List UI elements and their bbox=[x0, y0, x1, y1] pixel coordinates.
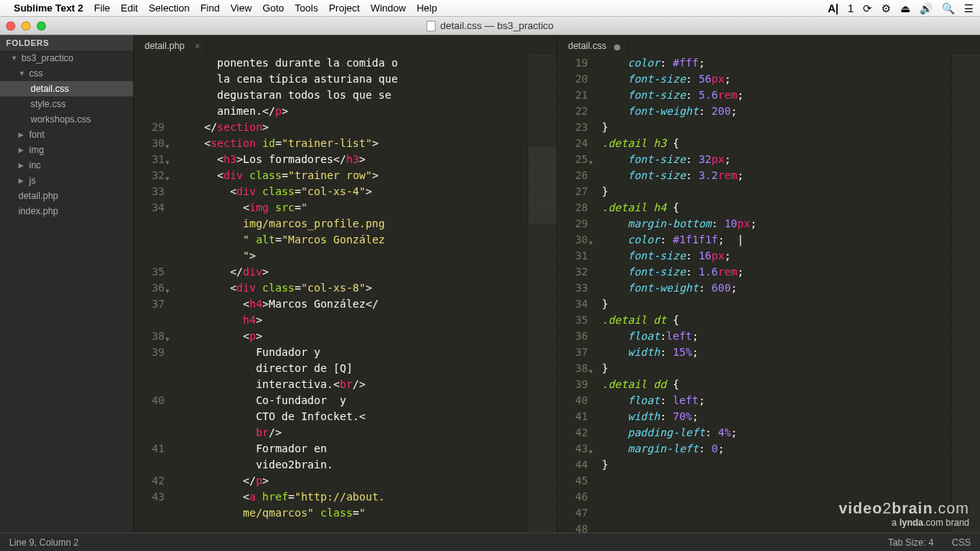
menu-goto[interactable]: Goto bbox=[263, 2, 284, 14]
syntax-mode[interactable]: CSS bbox=[952, 537, 971, 548]
folder-inc[interactable]: ▶inc bbox=[0, 158, 133, 173]
wifi-icon[interactable]: ⚙ bbox=[881, 2, 891, 15]
sidebar[interactable]: FOLDERS ▼bs3_practico ▼css detail.csssty… bbox=[0, 35, 134, 533]
notifications-icon[interactable]: ☰ bbox=[964, 2, 974, 15]
file-index-php[interactable]: index.php bbox=[0, 204, 133, 219]
folder-img[interactable]: ▶img bbox=[0, 142, 133, 158]
menu-help[interactable]: Help bbox=[416, 2, 437, 14]
app-name[interactable]: Sublime Text 2 bbox=[14, 2, 83, 14]
menu-selection[interactable]: Selection bbox=[149, 2, 189, 14]
gutter: 2930▼31▼32▼3334 3536▼37 38▼39 40 41 4243 bbox=[134, 55, 172, 533]
gutter: 19202122232425▼2627282930▼31323334353637… bbox=[557, 55, 596, 533]
file-style-css[interactable]: style.css bbox=[0, 96, 133, 112]
menu-file[interactable]: File bbox=[94, 2, 110, 14]
code-area[interactable]: ponentes durante la comida o la cena típ… bbox=[172, 55, 528, 533]
menubar: Sublime Text 2 FileEditSelectionFindView… bbox=[0, 0, 980, 17]
minimap[interactable] bbox=[951, 55, 980, 533]
cursor-position[interactable]: Line 9, Column 2 bbox=[9, 537, 79, 548]
menu-view[interactable]: View bbox=[230, 2, 252, 14]
tab-detail-css[interactable]: detail.css bbox=[557, 37, 629, 55]
window-titlebar: detail.css — bs3_practico bbox=[0, 17, 980, 35]
editor-pane-left: detail.php × 2930▼31▼32▼3334 3536▼37 38▼… bbox=[134, 35, 557, 533]
tab-label: detail.php bbox=[145, 41, 185, 51]
window-minimize-button[interactable] bbox=[21, 21, 31, 31]
minimap[interactable] bbox=[528, 55, 557, 533]
tab-bar-left: detail.php × bbox=[134, 35, 557, 55]
editor-right[interactable]: 19202122232425▼2627282930▼31323334353637… bbox=[557, 55, 980, 533]
tab-detail-php[interactable]: detail.php × bbox=[134, 37, 207, 55]
menu-find[interactable]: Find bbox=[201, 2, 220, 14]
tab-bar-right: detail.css bbox=[557, 35, 980, 55]
volume-icon[interactable]: 🔊 bbox=[920, 2, 933, 15]
folder-js[interactable]: ▶js bbox=[0, 173, 133, 188]
document-icon bbox=[426, 21, 436, 31]
file-workshops-css[interactable]: workshops.css bbox=[0, 112, 133, 127]
traffic-lights bbox=[6, 21, 46, 31]
statusbar: Line 9, Column 2 Tab Size: 4 CSS bbox=[0, 533, 980, 551]
menu-window[interactable]: Window bbox=[371, 2, 406, 14]
window-title: detail.css — bs3_practico bbox=[426, 20, 554, 31]
file-detail-php[interactable]: detail.php bbox=[0, 188, 133, 204]
sync-icon[interactable]: ⟳ bbox=[863, 2, 872, 15]
editor-pane-right: detail.css 19202122232425▼2627282930▼313… bbox=[557, 35, 980, 533]
menu-tools[interactable]: Tools bbox=[295, 2, 318, 14]
eject-icon[interactable]: ⏏ bbox=[900, 2, 910, 15]
badge-count[interactable]: 1 bbox=[848, 2, 854, 15]
menu-project[interactable]: Project bbox=[328, 2, 359, 14]
tab-size[interactable]: Tab Size: 4 bbox=[888, 537, 933, 548]
window-close-button[interactable] bbox=[6, 21, 15, 31]
tab-label: detail.css bbox=[568, 41, 606, 51]
adobe-icon[interactable]: A| bbox=[828, 2, 838, 15]
close-icon[interactable]: × bbox=[195, 41, 200, 51]
spotlight-icon[interactable]: 🔍 bbox=[942, 2, 955, 15]
folder-css[interactable]: ▼css bbox=[0, 66, 133, 81]
sidebar-heading: FOLDERS bbox=[0, 35, 133, 51]
window-maximize-button[interactable] bbox=[37, 21, 46, 31]
file-detail-css[interactable]: detail.css bbox=[0, 81, 133, 96]
code-area[interactable]: color: #fff; font-size: 56px; font-size:… bbox=[596, 55, 951, 533]
editor-left[interactable]: 2930▼31▼32▼3334 3536▼37 38▼39 40 41 4243… bbox=[134, 55, 557, 533]
folder-project[interactable]: ▼bs3_practico bbox=[0, 51, 133, 66]
folder-font[interactable]: ▶font bbox=[0, 127, 133, 142]
menu-edit[interactable]: Edit bbox=[121, 2, 138, 14]
modified-dot-icon[interactable] bbox=[614, 44, 620, 51]
menubar-right: A| 1 ⟳ ⚙ ⏏ 🔊 🔍 ☰ bbox=[828, 2, 974, 15]
window-title-text: detail.css — bs3_practico bbox=[440, 20, 554, 31]
